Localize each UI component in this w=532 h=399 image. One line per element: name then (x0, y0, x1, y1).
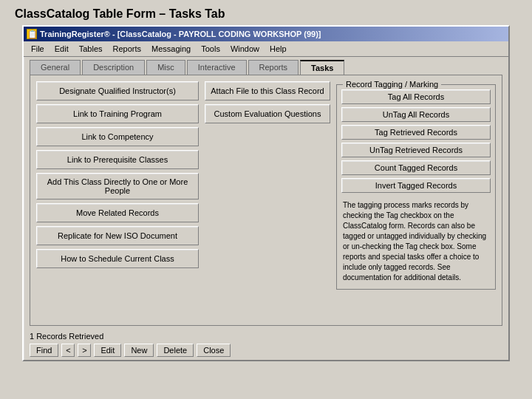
tab-reports[interactable]: Reports (248, 60, 299, 75)
btn-tag-retrieved[interactable]: Tag Retrieved Records (341, 125, 491, 140)
title-bar-text: TrainingRegister® - [ClassCatalog - PAYR… (40, 30, 321, 38)
menu-tables[interactable]: Tables (75, 43, 107, 55)
btn-add-class-to-people[interactable]: Add This Class Directly to One or More P… (36, 173, 199, 200)
tab-description[interactable]: Description (82, 60, 145, 75)
menu-help[interactable]: Help (265, 43, 291, 55)
menu-reports[interactable]: Reports (109, 43, 146, 55)
records-retrieved-label: 1 Records Retrieved (30, 332, 502, 341)
btn-invert-tagged[interactable]: Invert Tagged Records (341, 178, 491, 193)
btn-prev[interactable]: < (61, 344, 75, 357)
menu-edit[interactable]: Edit (50, 43, 73, 55)
record-tagging-box: Record Tagging / Marking Tag All Records… (336, 84, 496, 290)
menu-tools[interactable]: Tools (197, 43, 225, 55)
btn-next[interactable]: > (78, 344, 91, 357)
btn-tag-all[interactable]: Tag All Records (341, 89, 491, 104)
status-bar: 1 Records Retrieved Find < > Edit New De… (24, 329, 508, 360)
btn-close[interactable]: Close (197, 344, 231, 357)
tabs-row: General Description Misc Interactive Rep… (24, 57, 508, 75)
menu-window[interactable]: Window (226, 43, 264, 55)
btn-move-related-records[interactable]: Move Related Records (36, 203, 199, 222)
main-window: 📋 TrainingRegister® - [ClassCatalog - PA… (22, 25, 510, 361)
record-tagging-legend: Record Tagging / Marking (343, 80, 441, 89)
tag-description: The tagging process marks records by che… (341, 199, 491, 284)
btn-link-competency[interactable]: Link to Competency (36, 127, 199, 146)
btn-new[interactable]: New (124, 344, 154, 357)
tab-general[interactable]: General (30, 60, 81, 75)
btn-edit[interactable]: Edit (94, 344, 121, 357)
middle-column: Attach File to this Class Record Custom … (205, 81, 330, 290)
btn-untag-retrieved[interactable]: UnTag Retrieved Records (341, 143, 491, 157)
btn-custom-evaluation[interactable]: Custom Evaluation Questions (205, 104, 330, 123)
tab-tasks[interactable]: Tasks (300, 60, 344, 75)
menu-messaging[interactable]: Messaging (147, 43, 195, 55)
title-bar: 📋 TrainingRegister® - [ClassCatalog - PA… (24, 27, 508, 41)
page-title: ClassCatalog Table Form – Tasks Tab (0, 0, 532, 25)
btn-link-prerequisite[interactable]: Link to Prerequisite Classes (36, 150, 199, 169)
tab-interactive[interactable]: Interactive (187, 60, 247, 75)
btn-replicate-iso[interactable]: Replicate for New ISO Document (36, 226, 199, 245)
bottom-buttons: Find < > Edit New Delete Close (30, 344, 502, 357)
btn-delete[interactable]: Delete (157, 344, 194, 357)
btn-attach-file[interactable]: Attach File to this Class Record (205, 81, 330, 100)
menu-file[interactable]: File (27, 43, 49, 55)
content-area: Designate Qualified Instructor(s) Link t… (30, 75, 502, 326)
tab-misc[interactable]: Misc (146, 60, 185, 75)
content-inner: Designate Qualified Instructor(s) Link t… (36, 81, 496, 290)
btn-untag-all[interactable]: UnTag All Records (341, 107, 491, 122)
title-bar-icon: 📋 (27, 29, 37, 39)
btn-find[interactable]: Find (30, 344, 58, 357)
btn-count-tagged[interactable]: Count Tagged Records (341, 160, 491, 175)
left-column: Designate Qualified Instructor(s) Link t… (36, 81, 199, 290)
right-column: Record Tagging / Marking Tag All Records… (336, 81, 496, 290)
btn-link-training[interactable]: Link to Training Program (36, 104, 199, 123)
btn-schedule-class[interactable]: How to Schedule Current Class (36, 249, 199, 268)
btn-designate-instructor[interactable]: Designate Qualified Instructor(s) (36, 81, 199, 100)
menu-bar: File Edit Tables Reports Messaging Tools… (24, 41, 508, 57)
